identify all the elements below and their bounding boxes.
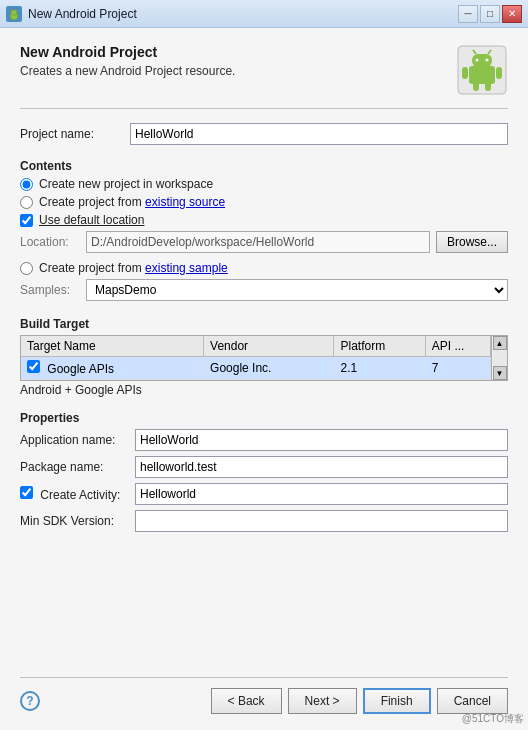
create-activity-row: Create Activity: (20, 483, 508, 505)
min-sdk-input[interactable] (135, 510, 508, 532)
footer-buttons: < Back Next > Finish Cancel (211, 688, 508, 714)
svg-rect-13 (473, 81, 479, 91)
radio-new-project[interactable] (20, 178, 33, 191)
package-name-input[interactable] (135, 456, 508, 478)
svg-rect-6 (472, 54, 492, 67)
min-sdk-row: Min SDK Version: (20, 510, 508, 532)
build-target-section: Build Target Target Name Vendor Platform… (20, 311, 508, 397)
radio-existing-sample-link: existing sample (145, 261, 228, 275)
svg-rect-12 (496, 67, 502, 79)
td-vendor: Google Inc. (204, 357, 334, 380)
dialog-header: New Android Project Creates a new Androi… (20, 44, 508, 109)
properties-section-label: Properties (20, 411, 508, 425)
radio-existing-sample-prefix: Create project from (39, 261, 145, 275)
th-target-name: Target Name (21, 336, 204, 357)
app-name-label: Application name: (20, 433, 135, 447)
close-button[interactable]: ✕ (502, 5, 522, 23)
radio-existing-source-link: existing source (145, 195, 225, 209)
radio-new-project-row: Create new project in workspace (20, 177, 508, 191)
build-target-table-inner: Target Name Vendor Platform API ... Goog… (21, 336, 491, 380)
svg-rect-1 (11, 10, 17, 15)
svg-point-8 (486, 59, 489, 62)
app-name-input[interactable] (135, 429, 508, 451)
title-bar-controls: ─ □ ✕ (458, 5, 522, 23)
dialog-footer: ? < Back Next > Finish Cancel (20, 677, 508, 714)
contents-section-label: Contents (20, 159, 508, 173)
app-icon (6, 6, 22, 22)
scrollbar-down-button[interactable]: ▼ (493, 366, 507, 380)
radio-existing-source-prefix: Create project from (39, 195, 145, 209)
svg-rect-14 (485, 81, 491, 91)
browse-button[interactable]: Browse... (436, 231, 508, 253)
td-platform: 2.1 (334, 357, 425, 380)
radio-existing-source-label[interactable]: Create project from existing source (39, 195, 225, 209)
td-target-name: Google APIs (21, 357, 204, 380)
location-row: Location: Browse... (20, 231, 508, 253)
package-name-row: Package name: (20, 456, 508, 478)
create-activity-input[interactable] (135, 483, 508, 505)
create-activity-label: Create Activity: (20, 486, 135, 502)
build-target-label: Build Target (20, 317, 508, 331)
finish-button[interactable]: Finish (363, 688, 431, 714)
cancel-button[interactable]: Cancel (437, 688, 508, 714)
title-bar: New Android Project ─ □ ✕ (0, 0, 528, 28)
samples-select[interactable]: MapsDemo (86, 279, 508, 301)
build-target-table: Target Name Vendor Platform API ... Goog… (21, 336, 491, 380)
table-scrollbar: ▲ ▼ (491, 336, 507, 380)
scrollbar-up-button[interactable]: ▲ (493, 336, 507, 350)
target-name-text: Google APIs (47, 362, 114, 376)
svg-rect-11 (462, 67, 468, 79)
build-target-table-wrapper: Target Name Vendor Platform API ... Goog… (20, 335, 508, 381)
next-button[interactable]: Next > (288, 688, 357, 714)
use-default-location-label[interactable]: Use default location (39, 213, 144, 227)
help-button[interactable]: ? (20, 691, 40, 711)
dialog-subtitle: Creates a new Android Project resource. (20, 64, 235, 78)
title-bar-text: New Android Project (28, 7, 137, 21)
dialog-title: New Android Project (20, 44, 235, 60)
app-name-row: Application name: (20, 429, 508, 451)
radio-existing-source[interactable] (20, 196, 33, 209)
watermark: @51CTO博客 (462, 712, 524, 726)
project-name-input[interactable] (130, 123, 508, 145)
radio-existing-sample-row: Create project from existing sample (20, 261, 508, 275)
svg-rect-5 (469, 66, 495, 84)
target-checkbox[interactable] (27, 360, 40, 373)
svg-line-3 (16, 8, 17, 9)
use-default-location-row: Use default location (20, 213, 508, 227)
android-logo (456, 44, 508, 96)
footer-left: ? (20, 691, 40, 711)
project-name-label: Project name: (20, 127, 130, 141)
scrollbar-track (493, 350, 507, 366)
table-row[interactable]: Google APIs Google Inc. 2.1 7 (21, 357, 491, 380)
create-activity-label-text: Create Activity: (40, 488, 120, 502)
td-api: 7 (425, 357, 490, 380)
maximize-button[interactable]: □ (480, 5, 500, 23)
title-bar-left: New Android Project (6, 6, 137, 22)
radio-existing-sample[interactable] (20, 262, 33, 275)
back-button[interactable]: < Back (211, 688, 282, 714)
samples-row: Samples: MapsDemo (20, 279, 508, 301)
header-text: New Android Project Creates a new Androi… (20, 44, 235, 78)
dialog: New Android Project Creates a new Androi… (0, 28, 528, 730)
min-sdk-label: Min SDK Version: (20, 514, 135, 528)
radio-existing-source-row: Create project from existing source (20, 195, 508, 209)
th-vendor: Vendor (204, 336, 334, 357)
radio-new-project-label[interactable]: Create new project in workspace (39, 177, 213, 191)
th-platform: Platform (334, 336, 425, 357)
radio-existing-sample-label[interactable]: Create project from existing sample (39, 261, 228, 275)
create-activity-checkbox[interactable] (20, 486, 33, 499)
th-api: API ... (425, 336, 490, 357)
use-default-location-checkbox[interactable] (20, 214, 33, 227)
location-input[interactable] (86, 231, 430, 253)
location-label: Location: (20, 235, 80, 249)
minimize-button[interactable]: ─ (458, 5, 478, 23)
samples-label: Samples: (20, 283, 80, 297)
package-name-label: Package name: (20, 460, 135, 474)
svg-line-2 (11, 8, 12, 9)
project-name-row: Project name: (20, 123, 508, 145)
build-target-note: Android + Google APIs (20, 383, 508, 397)
svg-point-7 (476, 59, 479, 62)
properties-section: Properties Application name: Package nam… (20, 405, 508, 537)
